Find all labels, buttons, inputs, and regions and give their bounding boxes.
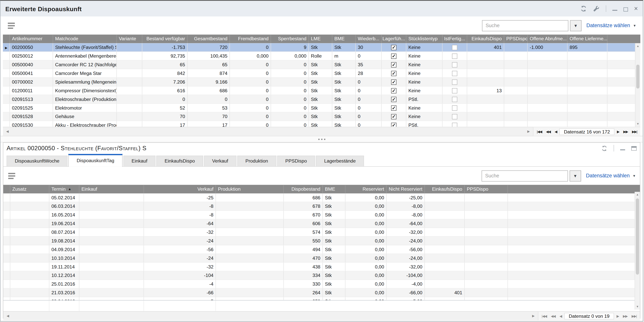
column-header-dispobestand[interactable]: Dispobestand	[284, 185, 323, 194]
checkbox-lagerfueh[interactable]: ✓	[391, 71, 396, 76]
checkbox-istfertig[interactable]	[452, 53, 457, 59]
checkbox-lagerfueh[interactable]: ✓	[391, 114, 396, 119]
table-row[interactable]: 09.04.2018-5259Stk0,00-5,00	[3, 297, 640, 300]
search-input[interactable]	[482, 170, 568, 181]
column-header-wiederb[interactable]: Wiederb...	[356, 35, 382, 43]
settings-wrench-icon[interactable]	[593, 6, 599, 12]
column-header-einkaufsdispo[interactable]: EinkaufsDispo	[467, 35, 504, 43]
column-header-reserviert[interactable]: Reserviert	[346, 185, 386, 194]
checkbox-istfertig[interactable]	[452, 62, 457, 67]
column-header-bestand_verfuegbar[interactable]: Bestand verfügbar	[142, 35, 188, 43]
menu-hamburger-icon[interactable]	[8, 173, 15, 179]
tab-dispoauskunftwoche[interactable]: DispoauskunftWoche	[6, 156, 68, 166]
checkbox-lagerfueh[interactable]: ✓	[391, 45, 396, 50]
table-row[interactable]: 25.01.2016-4330Stk0,00-4,00	[3, 280, 640, 288]
table-row[interactable]: 00700002Spielesammlung (Mengeneinh...7.2…	[3, 78, 640, 87]
select-records-link[interactable]: Datensätze wählen	[586, 23, 630, 29]
checkbox-lagerfueh[interactable]: ✓	[391, 105, 396, 111]
scroll-left-icon[interactable]: ◀	[3, 314, 12, 318]
vertical-scrollbar[interactable]: ▲ ▼	[634, 192, 640, 309]
column-header-offene_lieferme[interactable]: Offene Lieferme...	[568, 35, 608, 43]
select-records-link[interactable]: Datensätze wählen	[586, 173, 630, 179]
checkbox-lagerfueh[interactable]: ✓	[391, 79, 396, 85]
table-row[interactable]: ▶00200050Stehleuchte (Favorit/Staffel) S…	[3, 43, 640, 52]
nav-fast-prev-icon[interactable]: ◀◀	[549, 314, 557, 318]
checkbox-istfertig[interactable]	[452, 114, 457, 119]
horizontal-scrollbar[interactable]: ◀ ▶ |◀◀ ◀◀ ◀ Datensatz 0 von 19 ▶ ▶▶ ▶▶|	[3, 311, 640, 320]
refresh-icon[interactable]	[601, 145, 608, 151]
search-input[interactable]	[482, 20, 568, 31]
filter-button[interactable]: ▼	[570, 20, 582, 31]
checkbox-lagerfueh[interactable]: ✓	[391, 97, 396, 102]
tab-einkaufsdispo[interactable]: EinkaufsDispo	[156, 156, 203, 166]
table-row[interactable]: 02091513Elektroschrauber (Produktionss..…	[3, 95, 640, 104]
nav-last-icon[interactable]: ▶▶|	[630, 129, 638, 133]
scroll-right-icon[interactable]: ▶	[524, 130, 533, 133]
column-header-variante[interactable]: Variante	[117, 35, 142, 43]
checkbox-istfertig[interactable]	[452, 79, 457, 85]
scroll-right-icon[interactable]: ▶	[529, 314, 538, 318]
horizontal-scrollbar[interactable]: ◀ ▶ |◀◀ ◀◀ ◀ Datensatz 16 von 172 ▶ ▶▶ ▶…	[3, 127, 640, 136]
scrollbar-thumb[interactable]	[636, 198, 639, 274]
table-row[interactable]: 16.05.2014-8670Stk0,00-8,00	[3, 211, 640, 219]
nav-last-icon[interactable]: ▶▶|	[630, 314, 638, 318]
checkbox-lagerfueh[interactable]: ✓	[391, 53, 396, 59]
column-header-sperrbestand[interactable]: Sperrbestand	[271, 35, 309, 43]
chevron-down-icon[interactable]: ▼	[632, 174, 636, 178]
column-header-ppsdispo2[interactable]: PPSDispo	[465, 185, 508, 194]
table-row[interactable]: 10.12.2014-104334Stk0,00-104,00	[3, 271, 640, 280]
table-row[interactable]: 02091528Gehäuse707000StkStk0✓Keine	[3, 113, 640, 121]
checkbox-istfertig[interactable]	[452, 88, 457, 93]
checkbox-istfertig[interactable]	[452, 45, 457, 50]
minimize-icon[interactable]	[620, 149, 625, 150]
table-row[interactable]: 05.02.2014-25686Stk0,00-25,00	[3, 194, 640, 202]
column-header-fremdbestand[interactable]: Fremdbestand	[230, 35, 271, 43]
scroll-down-icon[interactable]: ▼	[636, 121, 640, 127]
panel-splitter[interactable]	[0, 136, 643, 142]
column-header-nicht_reserviert[interactable]: Nicht Reserviert	[386, 185, 425, 194]
checkbox-istfertig[interactable]	[452, 123, 457, 127]
refresh-icon[interactable]	[580, 6, 587, 12]
nav-prev-icon[interactable]: ◀	[558, 314, 564, 318]
table-row[interactable]: 00500040Camcorder RC 12 (Nachfolgem...65…	[3, 61, 640, 69]
table-row[interactable]: 00500041Camcorder Mega Star84287400StkSt…	[3, 69, 640, 78]
table-row[interactable]: 08.07.2014-32574Stk0,00-32,00	[3, 228, 640, 237]
tab-ppsdispo[interactable]: PPSDispo	[277, 156, 315, 166]
vertical-scrollbar[interactable]: ▲ ▼	[635, 43, 640, 127]
restore-icon[interactable]	[624, 7, 628, 11]
table-row[interactable]: 19.06.2014-64606Stk0,00-64,00	[3, 219, 640, 228]
table-row[interactable]: 00250012Antennenkabel (Mengenberech...92…	[3, 52, 640, 61]
checkbox-istfertig[interactable]	[452, 97, 457, 102]
nav-next-icon[interactable]: ▶	[615, 314, 620, 318]
table-row[interactable]: 06.03.2014-8678Stk0,00-8,00	[3, 202, 640, 211]
checkbox-lagerfueh[interactable]: ✓	[391, 123, 396, 127]
column-header-offene_abrufme[interactable]: Offene Abrufme...	[528, 35, 568, 43]
column-header-istfertig[interactable]: IstFertig...	[442, 35, 467, 43]
column-header-termin[interactable]: Termin▲	[49, 185, 79, 194]
table-row[interactable]: 04.09.2014-56494Stk0,00-56,00	[3, 245, 640, 254]
minimize-icon[interactable]	[612, 10, 617, 11]
checkbox-lagerfueh[interactable]: ✓	[391, 88, 396, 93]
column-header-bme2[interactable]: BME	[323, 185, 346, 194]
table-row[interactable]: 19.08.2014-24550Stk0,00-24,00	[3, 237, 640, 245]
nav-fast-next-icon[interactable]: ▶▶	[622, 129, 630, 133]
scroll-up-icon[interactable]: ▲	[636, 43, 640, 49]
scrollbar-thumb[interactable]	[636, 65, 640, 89]
close-icon[interactable]: ×	[634, 6, 638, 12]
maximize-icon[interactable]	[631, 146, 637, 151]
tab-einkauf[interactable]: Einkauf	[123, 156, 156, 166]
table-row[interactable]: 10.10.2014-24470Stk0,00-24,00	[3, 254, 640, 263]
column-header-lme[interactable]: LME	[309, 35, 332, 43]
nav-next-icon[interactable]: ▶	[615, 129, 621, 133]
column-header-stuecklistentyp[interactable]: Stücklistentyp	[406, 35, 442, 43]
scroll-left-icon[interactable]: ◀	[3, 130, 12, 133]
nav-prev-icon[interactable]: ◀	[553, 129, 558, 133]
column-header-lagerfueh[interactable]: Lagerfüh...	[382, 35, 406, 43]
column-header-matchcode[interactable]: Matchcode	[53, 35, 117, 43]
tab-lagerbestände[interactable]: Lagerbestände	[316, 156, 364, 166]
column-header-produktion[interactable]: Produktion	[216, 185, 284, 194]
table-row[interactable]: 21.03.2016-66264Stk0,00-66,00401	[3, 288, 640, 297]
column-header-bme[interactable]: BME	[332, 35, 356, 43]
menu-hamburger-icon[interactable]	[8, 22, 15, 29]
column-header-ppsdispo[interactable]: PPSDispo	[504, 35, 528, 43]
